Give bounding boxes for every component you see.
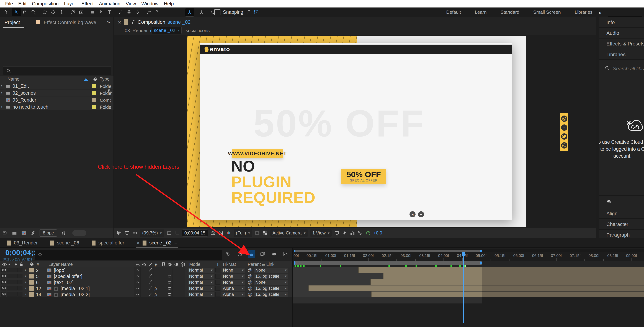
preserve-transparency-cell[interactable] [216,274,220,278]
orbit-tool[interactable] [40,8,49,16]
brush-tool[interactable] [116,8,125,16]
composition-tab-name[interactable]: scene _02 [168,19,190,25]
layer-solo-cell[interactable] [12,274,17,278]
new-folder-icon[interactable] [12,230,17,236]
switch-cell[interactable] [166,285,172,291]
adj-column-icon[interactable] [174,262,179,267]
preserve-transparency-cell[interactable] [216,292,220,297]
flowchart-icon[interactable] [107,88,112,94]
switch-cell[interactable] [160,273,166,279]
keyframe-marker[interactable] [340,265,341,267]
column-trkmat[interactable]: TrkMat [222,262,236,267]
trash-icon[interactable] [61,230,66,236]
horizontal-scrollbar[interactable] [72,230,86,236]
viewer-timecode[interactable]: 0;00;04;15 [182,229,208,237]
graph-editor-button[interactable] [282,250,289,258]
fx-column-icon[interactable]: fx [154,262,160,267]
work-area-bar[interactable] [294,261,482,265]
mblur-column-icon[interactable] [167,262,172,267]
solo-icon[interactable] [13,262,18,267]
always-preview-icon[interactable] [116,230,122,236]
pickwhip-icon[interactable]: @ [248,273,252,279]
layer-visibility-cell[interactable] [2,280,6,284]
keyframe-marker[interactable] [303,265,304,267]
libraries-search[interactable]: Search all librar [599,63,644,75]
parent-dropdown[interactable]: 15. bg scalle▾ [254,292,288,297]
shy-column-icon[interactable] [135,262,140,267]
stamp-tool[interactable] [125,8,133,16]
layer-row[interactable]: ›12[media _02.1]fxNormal▾Alpha▾@15. bg s… [0,285,292,291]
home-tool[interactable] [1,8,10,16]
pickwhip-icon[interactable]: @ [248,286,252,291]
keyframe-marker[interactable] [297,265,299,267]
speaker-icon[interactable] [8,262,13,267]
project-row[interactable]: ›01_EditFolder [0,83,114,90]
lock-icon[interactable] [18,262,24,267]
project-row[interactable]: 03_RenderComposition [0,97,114,103]
switch-cell[interactable] [147,267,153,273]
switch-cell[interactable] [147,273,153,279]
layer-bar[interactable] [371,291,482,297]
layer-lock-cell[interactable] [18,292,22,296]
switch-cell[interactable] [153,279,160,285]
breadcrumb-scene-02[interactable]: scene _02 [154,28,175,33]
mode-dropdown[interactable]: Normal▾ [188,292,214,297]
layer-switches[interactable] [134,267,185,273]
mini-flowchart-icon[interactable] [358,230,363,236]
layer-label-swatch[interactable] [29,280,34,284]
switch-cell[interactable] [153,267,160,273]
draft-3d-button[interactable] [236,250,244,258]
cube-column-icon[interactable] [180,262,185,267]
layer-visibility-cell[interactable] [2,292,6,296]
switch-cell[interactable] [172,267,179,273]
label-swatch[interactable] [92,84,96,88]
pan-camera-tool[interactable] [49,8,58,16]
switch-cell[interactable] [160,285,166,291]
layer-name[interactable]: [logo] [54,268,66,273]
fast-previews-icon[interactable] [342,230,347,236]
layer-switches[interactable]: fx [134,291,185,297]
column-mode[interactable]: Mode [189,262,200,267]
layer-solo-cell[interactable] [12,280,17,284]
keyframe-marker[interactable] [459,265,461,267]
panel-menu-icon[interactable]: ≡ [174,240,177,246]
parent-dropdown[interactable]: 15. bg scalle▾ [254,286,288,291]
region-of-interest-icon[interactable] [174,230,180,236]
mask-visibility-icon[interactable] [255,230,260,236]
close-icon[interactable]: × [137,240,140,246]
label-swatch[interactable] [92,105,96,109]
column-parent-link[interactable]: Parent & Link [248,262,274,267]
switch-cell[interactable]: fx [153,291,160,297]
preserve-transparency-cell[interactable] [216,268,220,272]
column-type[interactable]: Type [100,77,110,82]
layer-label-swatch[interactable] [29,268,34,272]
layer-name[interactable]: [media _02.2] [60,292,90,297]
pen-tool[interactable] [96,8,105,16]
local-axis-button[interactable] [185,8,194,17]
panel-overflow-button[interactable]: » [107,19,110,25]
composition-mini-flowchart-button[interactable] [225,250,232,258]
feather-icon[interactable] [30,230,36,236]
breadcrumb-03-render[interactable]: 03_Render [125,28,148,33]
switch-cell[interactable] [147,285,153,291]
work-area-end-handle[interactable] [480,261,482,265]
layer-name[interactable]: [text _02] [54,280,74,285]
layer-audio-cell[interactable] [7,280,12,284]
twitter-button[interactable] [561,133,568,140]
switch-cell[interactable] [140,267,147,273]
preserve-transparency-cell[interactable] [216,286,220,291]
layer-bar-tail[interactable] [482,273,644,279]
switch-cell[interactable] [179,273,185,279]
close-icon[interactable]: × [118,19,121,25]
layer-row[interactable]: ›2[logo]Normal▾None▾@None▾ [0,267,292,273]
layer-switches[interactable]: fx [134,285,185,291]
trkmat-dropdown[interactable]: Alpha▾ [222,286,245,291]
layer-row[interactable]: ›6[text _02]Normal▾None▾@None▾ [0,279,292,285]
timeline-tab-03-render[interactable]: 03_Render [7,238,38,247]
switch-cell[interactable] [134,273,140,279]
eye-icon[interactable] [2,262,7,267]
layer-bar-tail[interactable] [482,291,644,297]
menu-effect[interactable]: Effect [79,1,96,7]
tab-project[interactable]: Project [4,20,20,25]
color-depth-button[interactable]: 8 bpc [40,229,57,237]
